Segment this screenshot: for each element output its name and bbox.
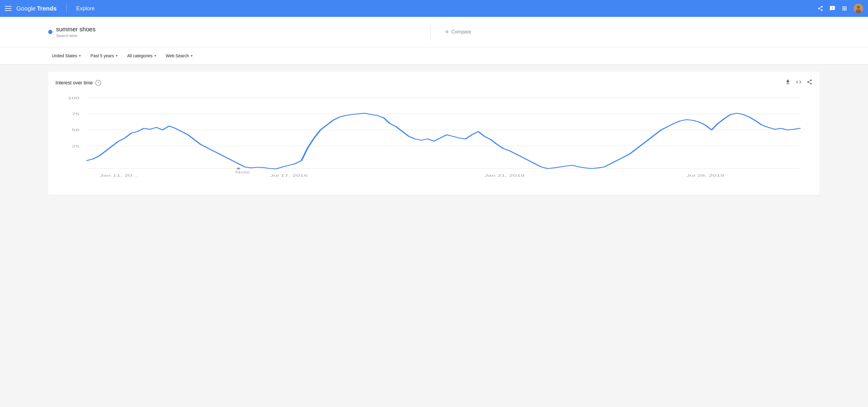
svg-point-1 [857,6,860,9]
chart-header: Interest over time ? [56,79,812,87]
search-term-type: Search term [56,33,96,38]
logo-trends-text: Trends [37,5,57,12]
category-chevron-icon: ▾ [154,54,156,58]
svg-text:Jul 17, 2016: Jul 17, 2016 [270,174,308,177]
apps-button[interactable] [841,5,847,11]
filters-section: United States ▾ Past 5 years ▾ All categ… [0,47,868,64]
search-term-container: summer shoes Search term [48,23,431,41]
main-content: Interest over time ? [0,64,868,407]
search-term-name[interactable]: summer shoes [56,26,96,33]
logo-google-text: Google [16,5,36,12]
category-filter[interactable]: All categories ▾ [124,51,160,61]
chart-title-row: Interest over time ? [56,80,101,86]
svg-text:Jan 11, 20...: Jan 11, 20... [100,174,138,177]
header-right [817,4,863,13]
time-range-filter[interactable]: Past 5 years ▾ [87,51,121,61]
user-avatar[interactable] [854,4,863,13]
svg-text:25: 25 [72,144,80,148]
explore-label: Explore [76,5,95,12]
svg-text:Note: Note [236,170,250,174]
search-term-info: summer shoes Search term [56,26,96,38]
search-section: summer shoes Search term + Compare [0,17,868,47]
compare-button[interactable]: + Compare [438,28,820,36]
time-range-chevron-icon: ▾ [116,54,118,58]
chart-actions [785,79,812,87]
feedback-button[interactable] [830,5,835,11]
share-chart-button[interactable] [807,79,812,87]
header-divider [66,5,67,12]
time-range-filter-label: Past 5 years [90,53,114,58]
chart-help-button[interactable]: ? [95,80,101,86]
svg-text:Jan 21, 2018: Jan 21, 2018 [484,174,524,177]
share-button[interactable] [817,5,824,11]
svg-text:50: 50 [72,128,80,132]
search-type-filter-label: Web Search [166,53,189,58]
interest-chart-svg: 100 75 50 25 Jan 11, 20... Jul 17, 2016 … [56,91,812,188]
search-type-chevron-icon: ▾ [191,54,193,58]
compare-plus-icon: + [445,28,449,36]
location-filter[interactable]: United States ▾ [48,51,84,61]
chart-container: 100 75 50 25 Jan 11, 20... Jul 17, 2016 … [56,91,812,188]
google-trends-logo: Google Trends [16,5,57,12]
svg-text:Jul 28, 2019: Jul 28, 2019 [686,174,724,177]
svg-text:75: 75 [72,112,80,116]
svg-text:100: 100 [68,96,79,100]
compare-label: Compare [451,29,471,35]
chart-title: Interest over time [56,80,93,86]
header-left: Google Trends Explore [5,5,95,12]
help-icon-label: ? [97,81,99,85]
category-filter-label: All categories [127,53,153,58]
search-type-filter[interactable]: Web Search ▾ [162,51,196,61]
location-chevron-icon: ▾ [79,54,81,58]
interest-over-time-card: Interest over time ? [48,72,820,195]
download-button[interactable] [785,79,791,87]
term-color-indicator [48,30,53,34]
avatar-image [854,4,863,13]
embed-button[interactable] [796,79,802,87]
hamburger-menu-button[interactable] [5,6,11,11]
app-header: Google Trends Explore [0,0,868,17]
svg-point-17 [237,168,241,169]
location-filter-label: United States [52,53,77,58]
